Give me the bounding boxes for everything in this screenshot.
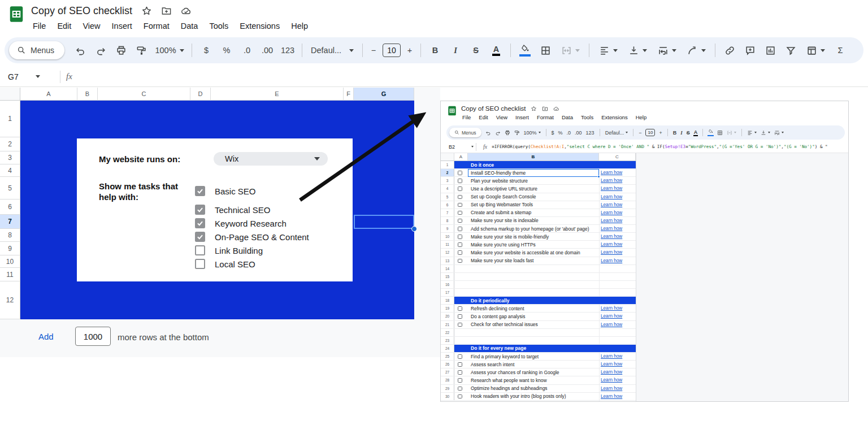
- menu-tools: Tools: [578, 114, 596, 122]
- redo-icon: [96, 45, 106, 56]
- column-header-B[interactable]: B: [77, 88, 98, 101]
- borders-button[interactable]: [535, 42, 555, 59]
- zoom-selector[interactable]: 100%: [151, 42, 188, 59]
- row-header-12[interactable]: 12: [0, 281, 20, 319]
- fill-handle[interactable]: [411, 226, 417, 232]
- task-text: Assess search intent: [471, 361, 514, 368]
- format-percent-button[interactable]: %: [216, 42, 237, 59]
- checkbox-checked[interactable]: [195, 186, 205, 196]
- row-header-5[interactable]: 5: [0, 177, 20, 200]
- vertical-align-button[interactable]: [623, 42, 652, 59]
- increase-font-size-button[interactable]: +: [403, 42, 416, 59]
- checkbox-unchecked[interactable]: [195, 245, 205, 255]
- text-color-button: A: [694, 129, 698, 136]
- paint-format-button[interactable]: [131, 42, 151, 59]
- document-title[interactable]: Copy of SEO checklist: [31, 5, 132, 17]
- menu-view[interactable]: View: [77, 20, 106, 32]
- font-selector[interactable]: Defaul...: [306, 42, 358, 59]
- row-header-30: 30: [441, 393, 454, 400]
- merge-cells-button[interactable]: [555, 42, 585, 59]
- row-header-11[interactable]: 11: [0, 268, 20, 281]
- horizontal-align-button[interactable]: [593, 42, 623, 59]
- format-currency-button[interactable]: $: [196, 42, 216, 59]
- redo-button[interactable]: [90, 42, 111, 59]
- menu-file[interactable]: File: [27, 20, 51, 32]
- functions-button[interactable]: Σ: [830, 42, 850, 59]
- row-header-8[interactable]: 8: [0, 229, 20, 242]
- row-header-6[interactable]: 6: [0, 200, 20, 215]
- text-rotation-button[interactable]: [682, 42, 711, 59]
- move-to-folder-icon[interactable]: [161, 6, 172, 16]
- text-wrapping-button[interactable]: [652, 42, 682, 59]
- inset-row-6: 6Set up Bing Webmaster ToolsLearn how: [441, 201, 636, 209]
- checkbox-checked[interactable]: [195, 205, 205, 215]
- menu-tools[interactable]: Tools: [203, 20, 234, 32]
- menu-data[interactable]: Data: [175, 20, 204, 32]
- select-all-corner[interactable]: [0, 88, 20, 101]
- decrease-font-size-button[interactable]: −: [367, 42, 380, 59]
- column-header-G[interactable]: G: [354, 88, 414, 101]
- bold-button[interactable]: B: [425, 42, 445, 59]
- add-rows-button[interactable]: Add: [38, 332, 54, 341]
- increase-decimal-button[interactable]: .00: [257, 42, 277, 59]
- undo-button[interactable]: [70, 42, 90, 59]
- formula-segment: =IFERROR(query(: [492, 144, 531, 149]
- insert-chart-button[interactable]: [760, 42, 780, 59]
- column-header-E[interactable]: E: [211, 88, 344, 101]
- column-header-F[interactable]: F: [344, 88, 354, 101]
- task-option-label: Keyword Research: [215, 219, 287, 228]
- learn-how-link: Learn how: [601, 169, 622, 176]
- platform-dropdown[interactable]: Wix: [214, 152, 328, 166]
- toolbar-divider: [302, 44, 302, 57]
- checkbox-checked[interactable]: [195, 232, 205, 242]
- name-box[interactable]: G7: [0, 72, 54, 81]
- insert-comment-button[interactable]: [740, 42, 760, 59]
- insert-table-button[interactable]: [801, 42, 830, 59]
- learn-how-link: Learn how: [601, 368, 622, 376]
- row-header-4[interactable]: 4: [0, 164, 20, 177]
- row-header-9[interactable]: 9: [0, 242, 20, 255]
- create-filter-button[interactable]: [780, 42, 801, 59]
- merge-cells-button: [727, 130, 736, 136]
- italic-button[interactable]: I: [445, 42, 466, 59]
- row-header-2[interactable]: 2: [0, 137, 20, 151]
- checkbox-unchecked: [458, 242, 462, 247]
- print-button[interactable]: [111, 42, 131, 59]
- column-header-A[interactable]: A: [20, 88, 77, 101]
- checkbox-unchecked: [458, 378, 462, 383]
- inset-screenshot-image[interactable]: Copy of SEO checklist FileEditViewInsert…: [440, 101, 849, 402]
- sheets-logo-icon[interactable]: [8, 4, 25, 24]
- add-rows-count-input[interactable]: [75, 327, 111, 346]
- fill-color-button[interactable]: [515, 42, 535, 59]
- chevron-down-icon: [314, 157, 320, 161]
- checkbox-unchecked[interactable]: [195, 259, 205, 269]
- menu-help[interactable]: Help: [285, 20, 314, 32]
- chevron-down-icon: [613, 49, 618, 52]
- row-header-1[interactable]: 1: [0, 101, 20, 137]
- row-header-7[interactable]: 7: [0, 215, 20, 229]
- menu-insert[interactable]: Insert: [106, 20, 138, 32]
- menu-format[interactable]: Format: [138, 20, 175, 32]
- inset-row-10: 10Make sure your site is mobile-friendly…: [441, 233, 636, 241]
- font-size-input[interactable]: 10: [383, 44, 401, 57]
- star-icon[interactable]: [141, 6, 152, 16]
- decrease-decimal-button[interactable]: .0: [237, 42, 257, 59]
- task-option-label: On-Page SEO & Content: [215, 232, 309, 242]
- insert-link-button[interactable]: [719, 42, 740, 59]
- more-formats-button[interactable]: 123: [277, 42, 298, 59]
- strikethrough-button[interactable]: S: [466, 42, 486, 59]
- row-header-3[interactable]: 3: [0, 151, 20, 164]
- menu-help: Help: [633, 114, 650, 122]
- row-header-10[interactable]: 10: [0, 255, 20, 268]
- menus-search-button[interactable]: Menus: [9, 41, 64, 59]
- cloud-saved-icon[interactable]: [181, 6, 192, 16]
- column-header-C[interactable]: C: [98, 88, 190, 101]
- checkbox-unchecked: [458, 171, 462, 175]
- fx-icon: fx: [483, 144, 487, 150]
- text-color-button[interactable]: A: [486, 42, 506, 59]
- checkbox-checked[interactable]: [195, 218, 205, 228]
- menu-extensions[interactable]: Extensions: [234, 20, 285, 32]
- menu-edit[interactable]: Edit: [51, 20, 77, 32]
- learn-how-link: Learn how: [601, 376, 622, 384]
- column-header-D[interactable]: D: [190, 88, 211, 101]
